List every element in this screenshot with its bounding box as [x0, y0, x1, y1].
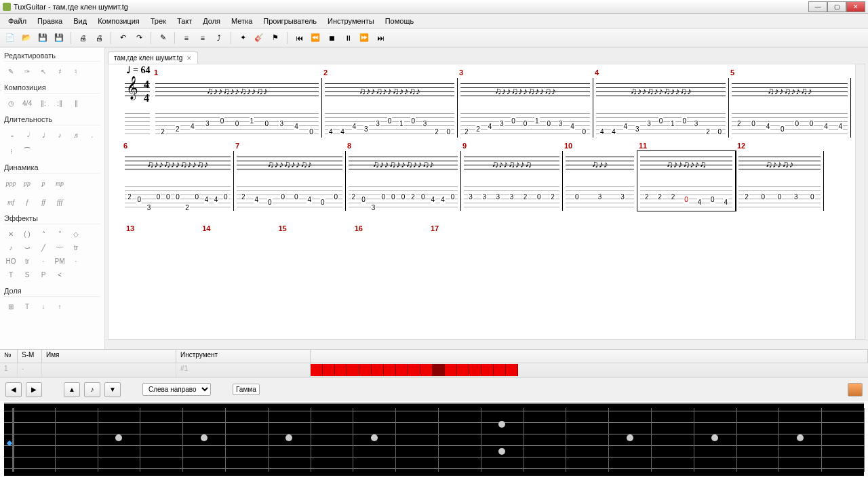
progress-cell[interactable]: [506, 364, 518, 376]
minimize-button[interactable]: —: [808, 1, 827, 12]
player-last-icon[interactable]: ⏭: [373, 30, 388, 45]
fret-note-icon[interactable]: ♪: [84, 382, 100, 397]
progress-cell[interactable]: [408, 364, 420, 376]
comp-repeat-open-icon[interactable]: ‖:: [37, 96, 50, 110]
tool-flag-icon[interactable]: ⚑: [268, 30, 283, 45]
dynamic-mf[interactable]: mf: [4, 195, 18, 209]
menu-beat[interactable]: Доля: [197, 16, 226, 26]
edit-natural-icon[interactable]: ♮: [69, 64, 83, 78]
progress-cell[interactable]: [384, 364, 396, 376]
measure-11[interactable]: 11♫♪♪♫♪♪♫2220404: [637, 151, 736, 211]
voice2-icon[interactable]: ≡: [195, 30, 210, 45]
progress-cell[interactable]: [396, 364, 408, 376]
fret-next-button[interactable]: ▶: [26, 382, 42, 397]
dur-eighth-icon[interactable]: ♪: [53, 128, 66, 142]
fx-PM[interactable]: PM: [53, 254, 66, 268]
progress-cell[interactable]: [323, 364, 335, 376]
player-play-icon[interactable]: ⏩: [357, 30, 372, 45]
player-pause-icon[interactable]: ⏸: [340, 30, 355, 45]
edit-sharp-icon[interactable]: ♯: [53, 64, 66, 78]
dur-tuplet-icon[interactable]: ⁝: [4, 144, 18, 158]
dur-tie-icon[interactable]: ⁀: [20, 144, 34, 158]
fx-tr[interactable]: tr: [20, 254, 34, 268]
progress-cell[interactable]: [347, 364, 359, 376]
fx-bend-icon[interactable]: ⤻: [20, 241, 34, 254]
th-name[interactable]: Имя: [42, 350, 176, 363]
fret-up-button[interactable]: ▲: [64, 382, 80, 397]
dynamic-p[interactable]: p: [37, 176, 50, 190]
comp-repeat-close-icon[interactable]: :‖: [53, 96, 66, 110]
th-num[interactable]: №: [0, 350, 18, 363]
track-row[interactable]: 1 - #1: [0, 363, 868, 377]
fx-<[interactable]: <: [53, 268, 66, 281]
beat-chord-icon[interactable]: ⊞: [4, 300, 18, 313]
track-progress[interactable]: [311, 363, 868, 377]
menu-edit[interactable]: Правка: [32, 16, 68, 26]
fx-misc[interactable]: ·: [37, 254, 50, 268]
measure-9[interactable]: 9♫♪♪♫♪♪♫3333202: [461, 151, 563, 211]
fx-ghost-icon[interactable]: ( ): [20, 227, 34, 241]
fx-harmonic-icon[interactable]: ◇: [69, 227, 83, 241]
fx-P[interactable]: P: [37, 268, 50, 281]
player-first-icon[interactable]: ⏮: [292, 30, 307, 45]
color-tool-button[interactable]: [848, 383, 863, 396]
tab-close-icon[interactable]: ✕: [186, 55, 192, 62]
fx-S[interactable]: S: [20, 268, 34, 281]
menu-player[interactable]: Проигрыватель: [258, 16, 322, 26]
comp-tempo-icon[interactable]: ◷: [4, 96, 18, 110]
print-icon[interactable]: 🖨: [75, 30, 90, 45]
measure-3[interactable]: 3♫♪♪♫♪♪♫♪♪♫♪22430010340: [458, 78, 593, 138]
fx-vibrato-icon[interactable]: 〰: [53, 241, 66, 254]
menu-view[interactable]: Вид: [68, 16, 92, 26]
measure-2[interactable]: 2♫♪♪♫♪♪♫♪♪♫♪44433010320: [322, 78, 458, 138]
horizontal-scrollbar[interactable]: [105, 340, 868, 349]
measure-7[interactable]: 7♫♪♪♫♪♪♫♪24000400: [234, 151, 346, 211]
fx-misc[interactable]: ·: [69, 254, 83, 268]
maximize-button[interactable]: ▢: [827, 1, 846, 12]
open-file-icon[interactable]: 📂: [19, 30, 34, 45]
dynamic-ppp[interactable]: ppp: [4, 176, 18, 190]
menu-help[interactable]: Помощь: [380, 16, 420, 26]
progress-cell[interactable]: [481, 364, 494, 376]
fretboard[interactable]: [4, 403, 864, 476]
measure-10[interactable]: 10♫♪♪033: [563, 151, 637, 211]
progress-cell[interactable]: [494, 364, 506, 376]
progress-cell[interactable]: [420, 364, 433, 376]
fx-heavy-icon[interactable]: ˅: [53, 227, 66, 241]
player-stop-icon[interactable]: ⏹: [324, 30, 339, 45]
close-button[interactable]: ✕: [846, 1, 865, 12]
fx-T[interactable]: T: [4, 268, 18, 281]
th-sm[interactable]: S-M: [18, 350, 42, 363]
menu-marker[interactable]: Метка: [226, 16, 258, 26]
menu-file[interactable]: Файл: [3, 16, 32, 26]
tool-wand-icon[interactable]: ✦: [235, 30, 250, 45]
fret-prev-button[interactable]: ◀: [5, 382, 22, 397]
progress-cell[interactable]: [433, 364, 445, 376]
progress-cell[interactable]: [457, 364, 469, 376]
progress-cell[interactable]: [335, 364, 347, 376]
measure-1[interactable]: 1♫♪♪♫♪♪♫♪♪♫♪22430010340: [153, 78, 322, 138]
progress-cell[interactable]: [445, 364, 457, 376]
save-icon[interactable]: 💾: [35, 30, 50, 45]
comp-repeat-alt-icon[interactable]: ‖: [69, 96, 83, 110]
dur-quarter-icon[interactable]: ♩: [37, 128, 50, 142]
edit-mode-icon[interactable]: ✎: [155, 30, 170, 45]
menu-measure[interactable]: Такт: [172, 16, 197, 26]
fret-down-button[interactable]: ▼: [104, 382, 121, 397]
voice3-icon[interactable]: ⤴: [212, 30, 226, 45]
undo-icon[interactable]: ↶: [115, 30, 130, 45]
dynamic-ff[interactable]: ff: [37, 195, 50, 209]
save-as-icon[interactable]: 💾: [52, 30, 66, 45]
tool-guitar-icon[interactable]: 🎸: [252, 30, 267, 45]
score-viewport[interactable]: ♩ = 64𝄞441♫♪♪♫♪♪♫♪♪♫♪224300103402♫♪♪♫♪♪♫…: [108, 64, 865, 340]
comp-timesig-icon[interactable]: 4/4: [20, 96, 34, 110]
dur-half-icon[interactable]: 𝅗𝅥: [20, 128, 34, 142]
dynamic-fff[interactable]: fff: [53, 195, 66, 209]
measure-4[interactable]: 4♫♪♪♫♪♪♫♪♪♫♪44433010320: [593, 78, 729, 138]
beat-up-icon[interactable]: ↑: [53, 300, 66, 313]
print-preview-icon[interactable]: 🖨: [92, 30, 106, 45]
measure-6[interactable]: 6♫♪♪♫♪♪♫♪♪♫♪20300020440: [122, 151, 234, 211]
fx-HO[interactable]: HO: [4, 254, 18, 268]
fx-accent-icon[interactable]: ˄: [37, 227, 50, 241]
document-tab[interactable]: там,где клен шумит.tg ✕: [108, 52, 198, 64]
